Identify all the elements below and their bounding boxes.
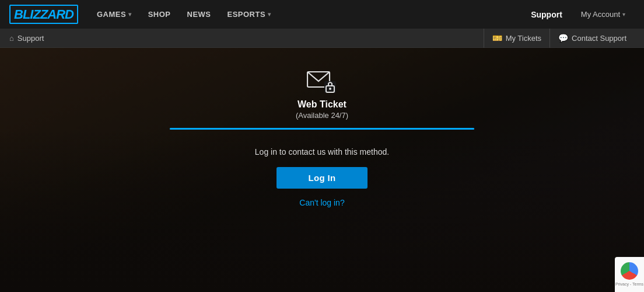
sub-navigation: ⌂ Support 🎫 My Tickets 💬 Contact Support: [0, 29, 644, 48]
chat-icon: 💬: [558, 33, 568, 43]
progress-bar-track: [170, 128, 474, 130]
support-breadcrumb-link[interactable]: Support: [18, 34, 44, 43]
hero-background: Web Ticket (Available 24/7) Log in to co…: [0, 48, 644, 292]
web-ticket-subtitle: (Available 24/7): [296, 111, 348, 120]
contact-support-button[interactable]: 💬 Contact Support: [550, 29, 635, 48]
chevron-down-icon: ▾: [268, 11, 271, 18]
ticket-icon: 🎫: [492, 33, 502, 43]
progress-bar-fill: [170, 128, 474, 130]
recaptcha-logo: [621, 262, 638, 280]
nav-esports[interactable]: ESPORTS ▾: [220, 0, 278, 29]
web-ticket-icon: [307, 67, 337, 93]
my-account-button[interactable]: My Account ▾: [572, 0, 635, 29]
my-tickets-button[interactable]: 🎫 My Tickets: [484, 29, 550, 48]
nav-games[interactable]: GAMES ▾: [90, 0, 139, 29]
top-navigation: BLIZZARD GAMES ▾ SHOP NEWS ESPORTS ▾ Sup…: [0, 0, 644, 29]
blizzard-logo[interactable]: BLIZZARD: [9, 7, 78, 22]
recaptcha-text: Privacy - Terms: [615, 282, 643, 287]
breadcrumb: ⌂ Support: [9, 34, 484, 43]
chevron-down-icon: ▾: [622, 11, 625, 18]
nav-news[interactable]: NEWS: [180, 0, 218, 29]
support-nav-button[interactable]: Support: [522, 0, 572, 29]
nav-shop[interactable]: SHOP: [141, 0, 178, 29]
nav-items: GAMES ▾ SHOP NEWS ESPORTS ▾: [90, 0, 522, 29]
sub-nav-right: 🎫 My Tickets 💬 Contact Support: [484, 29, 635, 48]
login-prompt-text: Log in to contact us with this method.: [255, 147, 389, 157]
cant-login-link[interactable]: Can't log in?: [299, 198, 344, 207]
web-ticket-title: Web Ticket: [298, 99, 346, 110]
svg-point-3: [329, 88, 331, 90]
home-icon: ⌂: [9, 34, 14, 43]
nav-right: Support My Account ▾: [522, 0, 635, 29]
log-in-button[interactable]: Log In: [276, 167, 368, 189]
chevron-down-icon: ▾: [128, 11, 132, 18]
main-content: Web Ticket (Available 24/7) Log in to co…: [0, 48, 644, 292]
web-ticket-icon-wrap: [304, 65, 340, 95]
recaptcha-badge: Privacy - Terms: [615, 257, 644, 292]
